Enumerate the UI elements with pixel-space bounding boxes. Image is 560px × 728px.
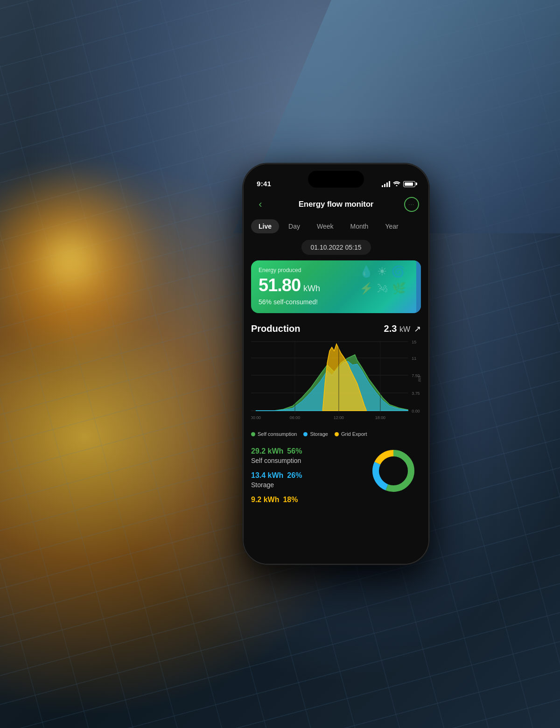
tab-month[interactable]: Month (343, 219, 376, 233)
stats-section: 29.2 kWh 56% Self consumption 13.4 kWh 2… (244, 441, 428, 514)
energy-card-stripe (416, 260, 421, 313)
nav-title: Energy flow monitor (299, 200, 374, 209)
chart-legend: Self consumption Storage Grid Export (244, 429, 428, 441)
expand-icon[interactable]: ↗ (414, 324, 421, 334)
status-icons (382, 180, 415, 188)
stat-kwh-1: 29.2 kWh (251, 447, 283, 455)
power-tower-icon: ⚡ (359, 282, 373, 295)
tab-year[interactable]: Year (378, 219, 406, 233)
tab-live[interactable]: Live (251, 219, 279, 233)
production-title: Production (251, 323, 301, 334)
self-consumption-dot (251, 432, 255, 436)
date-pill[interactable]: 01.10.2022 05:15 (301, 240, 371, 255)
production-chart: 15 11 7.50 3.75 0.00 kW 00:00 06:00 12:0… (251, 337, 421, 426)
production-header: Production 2.3 kW ↗ (244, 320, 428, 337)
stat-pct-3: 18% (283, 496, 298, 504)
svg-text:06:00: 06:00 (290, 415, 300, 420)
svg-text:00:00: 00:00 (251, 415, 261, 420)
donut-chart (368, 445, 419, 497)
storage-dot (303, 432, 308, 436)
svg-text:15: 15 (412, 340, 416, 344)
stat-kwh-2: 13.4 kWh (251, 471, 283, 480)
stat-kwh-3: 9.2 kWh (251, 496, 279, 504)
storage-label: Storage (310, 431, 328, 437)
stat-label-1: Self consumption (251, 457, 301, 464)
donut-chart-wrapper (368, 445, 419, 497)
svg-text:3.75: 3.75 (412, 391, 420, 396)
stat-value-row-3: 9.2 kWh 18% (251, 496, 421, 504)
dynamic-island (308, 171, 364, 188)
wind-turbine-icon: 🌀 (391, 265, 405, 278)
stat-label-2: Storage (251, 481, 274, 489)
more-button[interactable]: ··· (404, 197, 419, 212)
wind-fan-icon: 🌬 (377, 282, 388, 295)
card-icons: 💧 ☀ 🌀 ⚡ 🌬 🌿 (359, 265, 415, 295)
svg-text:0.00: 0.00 (412, 409, 420, 413)
legend-grid-export: Grid Export (335, 431, 367, 437)
legend-storage: Storage (303, 431, 328, 437)
solar-panel-icon: ☀ (377, 265, 387, 278)
svg-text:12:00: 12:00 (334, 415, 344, 420)
phone-frame: 9:41 (243, 163, 429, 565)
legend-self-consumption: Self consumption (251, 431, 297, 437)
svg-text:18:00: 18:00 (375, 415, 385, 420)
energy-unit: kWh (303, 284, 320, 294)
grid-export-dot (335, 432, 339, 436)
self-consumption-label: Self consumption (258, 431, 297, 437)
svg-text:11: 11 (412, 356, 416, 361)
status-time: 9:41 (257, 180, 271, 188)
more-icon: ··· (409, 202, 415, 207)
tab-day[interactable]: Day (281, 219, 308, 233)
back-button[interactable]: ‹ (253, 197, 268, 212)
phone-wrapper: 9:41 (243, 163, 429, 565)
nav-bar: ‹ Energy flow monitor ··· (244, 191, 428, 217)
battery-icon (403, 181, 415, 187)
tab-week[interactable]: Week (309, 219, 341, 233)
leaf-icon: 🌿 (392, 282, 406, 295)
stat-row-grid-export: 9.2 kWh 18% (251, 496, 421, 504)
water-drop-icon: 💧 (359, 265, 373, 278)
energy-value: 51.80 (259, 275, 301, 295)
stat-pct-1: 56% (287, 447, 302, 455)
chart-container: 15 11 7.50 3.75 0.00 kW 00:00 06:00 12:0… (251, 337, 421, 426)
svg-text:kW: kW (417, 376, 421, 383)
grid-export-label: Grid Export (341, 431, 367, 437)
stat-pct-2: 26% (287, 471, 302, 480)
period-tabs: Live Day Week Month Year (244, 217, 428, 235)
signal-icon (382, 181, 390, 187)
donut-hole (381, 458, 406, 483)
production-value-row: 2.3 kW ↗ (384, 323, 421, 334)
app-content: ‹ Energy flow monitor ··· Live Day Week … (244, 191, 428, 564)
date-display: 01.10.2022 05:15 (244, 235, 428, 260)
energy-self-consumed: 56% self-consumed! (259, 298, 413, 306)
production-value: 2.3 kW (384, 323, 410, 334)
energy-card: 💧 ☀ 🌀 ⚡ 🌬 🌿 Energy produced 51.80 kWh 56… (251, 260, 421, 313)
wifi-icon (393, 180, 400, 188)
